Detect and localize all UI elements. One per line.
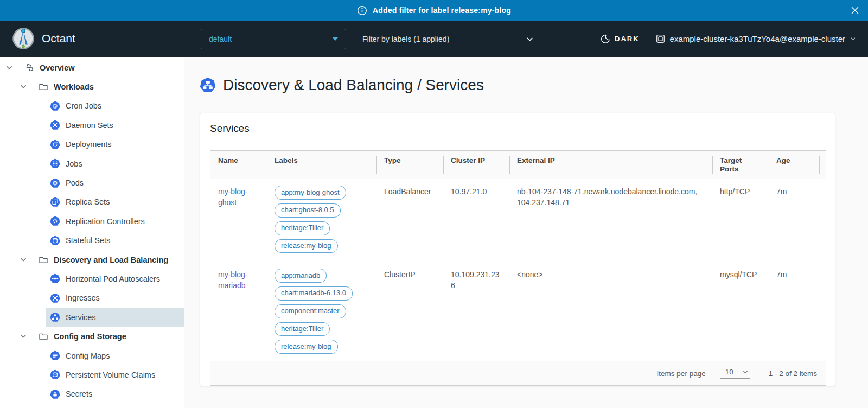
daemon-sets-icon <box>50 120 61 130</box>
label-tag[interactable]: app:mariadb <box>275 269 327 283</box>
sidebar-item-discovery-and-load-balancing[interactable]: Discovery and Load Balancing <box>0 250 184 269</box>
app-title: Octant <box>42 32 75 45</box>
sidebar-item-label: Stateful Sets <box>66 236 110 245</box>
label-tag[interactable]: heritage:Tiller <box>275 322 330 336</box>
cell-age: 7m <box>769 262 819 361</box>
sidebar-item-config-maps[interactable]: Config Maps <box>0 346 184 365</box>
chevron-down-icon <box>526 35 534 43</box>
sidebar-item-label: Cron Jobs <box>66 101 101 110</box>
cell-name: my-blog-mariadb <box>210 262 267 361</box>
horizontal-pod-autoscalers-icon <box>50 273 61 284</box>
chevron-down-icon[interactable] <box>20 256 27 264</box>
octant-app: Added filter for label release:my-blog O… <box>0 0 868 408</box>
sidebar-item-secrets[interactable]: Secrets <box>0 385 184 404</box>
cell-external-ip: <none> <box>509 262 712 361</box>
sidebar-item-label: Replica Sets <box>66 197 110 206</box>
services-icon <box>50 312 61 322</box>
resource-link[interactable]: my-blog-ghost <box>218 187 247 207</box>
items-per-page-select[interactable]: 10 <box>720 368 750 379</box>
cell-type: LoadBalancer <box>376 179 443 262</box>
cell-age: 7m <box>769 179 819 262</box>
chevron-down-icon[interactable] <box>5 64 13 72</box>
column-header-external-ip: External IP <box>509 151 712 178</box>
sidebar-item-label: Jobs <box>66 160 82 168</box>
sidebar-item-services[interactable]: Services <box>0 308 184 327</box>
notification-bar: Added filter for label release:my-blog <box>0 0 868 21</box>
cell-cluster-ip: 10.97.21.0 <box>443 179 509 262</box>
label-tag[interactable]: release:my-blog <box>275 340 338 354</box>
sidebar-item-deployments[interactable]: Deployments <box>0 135 184 154</box>
column-header-type: Type <box>376 151 443 178</box>
theme-toggle-button[interactable]: DARK <box>601 34 640 43</box>
sidebar-item-workloads[interactable]: Workloads <box>0 77 184 96</box>
sidebar-item-replication-controllers[interactable]: Replication Controllers <box>0 212 184 231</box>
cell-labels: app:my-blog-ghostchart:ghost-8.0.5herita… <box>267 179 376 262</box>
sidebar-item-daemon-sets[interactable]: Daemon Sets <box>0 116 184 135</box>
services-table: NameLabelsTypeCluster IPExternal IPTarge… <box>210 150 826 386</box>
sidebar-item-label: Discovery and Load Balancing <box>54 256 168 264</box>
page-title: Discovery & Load Balancing / Services <box>223 76 484 94</box>
pagination-range: 1 - 2 of 2 items <box>769 369 817 378</box>
sidebar-item-cron-jobs[interactable]: Cron Jobs <box>0 97 184 116</box>
sidebar-item-replica-sets[interactable]: Replica Sets <box>0 193 184 212</box>
cell-type: ClusterIP <box>376 262 443 361</box>
table-row: my-blog-mariadbapp:mariadbchart:mariadb-… <box>210 262 826 361</box>
folder-icon <box>38 254 49 265</box>
replication-controllers-icon <box>50 216 61 226</box>
column-header-name: Name <box>210 151 267 178</box>
replica-sets-icon <box>50 197 61 207</box>
sidebar-item-config-and-storage[interactable]: Config and Storage <box>0 327 184 346</box>
sidebar-item-horizontal-pod-autoscalers[interactable]: Horizontal Pod Autoscalers <box>0 269 184 288</box>
sidebar-item-stateful-sets[interactable]: Stateful Sets <box>0 231 184 250</box>
sidebar-item-ingresses[interactable]: Ingresses <box>0 289 184 308</box>
resource-link[interactable]: my-blog-mariadb <box>218 270 247 290</box>
table-header-row: NameLabelsTypeCluster IPExternal IPTarge… <box>210 151 826 179</box>
page-size-value: 10 <box>725 368 733 376</box>
label-tag[interactable]: component:master <box>275 304 346 318</box>
label-tag[interactable]: chart:mariadb-6.13.0 <box>275 286 353 301</box>
deployments-icon <box>50 139 61 150</box>
label-tag[interactable]: app:my-blog-ghost <box>275 186 346 200</box>
label-tag[interactable]: chart:ghost-8.0.5 <box>275 203 341 218</box>
cell-filler <box>819 262 834 361</box>
label-tag[interactable]: release:my-blog <box>275 239 338 253</box>
sidebar-item-label: Workloads <box>54 82 94 91</box>
sidebar-item-label: Overview <box>40 63 75 72</box>
cluster-selector[interactable]: example-cluster-ka3TuTzYo4a@example-clus… <box>656 34 856 43</box>
sidebar-item-jobs[interactable]: Jobs <box>0 154 184 173</box>
close-icon[interactable] <box>851 6 859 15</box>
folder-icon <box>38 331 49 342</box>
sidebar-item-persistent-volume-claims[interactable]: Persistent Volume Claims <box>0 365 184 384</box>
items-per-page-label: Items per page <box>657 369 706 378</box>
cell-external-ip: nb-104-237-148-71.newark.nodebalancer.li… <box>509 179 712 262</box>
persistent-volume-claims-icon <box>50 369 61 380</box>
chevron-down-icon[interactable] <box>20 83 27 91</box>
namespace-select[interactable]: default <box>201 29 346 49</box>
column-header-age: Age <box>769 151 819 178</box>
sidebar-item-label: Services <box>66 313 96 322</box>
chevron-down-icon[interactable] <box>20 333 27 340</box>
column-header-cluster-ip: Cluster IP <box>443 151 509 178</box>
octant-logo-icon <box>12 27 35 50</box>
sidebar-item-label: Pods <box>66 178 84 187</box>
sidebar-item-overview[interactable]: Overview <box>0 58 184 77</box>
cell-labels: app:mariadbchart:mariadb-6.13.0component… <box>267 262 376 361</box>
label-filter-value: Filter by labels (1 applied) <box>362 35 449 43</box>
table-row: my-blog-ghostapp:my-blog-ghostchart:ghos… <box>210 179 826 262</box>
label-tag[interactable]: heritage:Tiller <box>275 221 330 235</box>
sidebar-item-label: Config Maps <box>66 352 110 360</box>
service-icon <box>200 77 216 93</box>
sidebar-item-label: Daemon Sets <box>66 121 113 130</box>
sidebar-item-pods[interactable]: Pods <box>0 173 184 192</box>
sidebar-item-label: Persistent Volume Claims <box>66 371 155 379</box>
brand[interactable]: Octant <box>12 27 75 50</box>
theme-toggle-label: DARK <box>615 35 640 43</box>
secrets-icon <box>50 389 61 399</box>
label-filter-select[interactable]: Filter by labels (1 applied) <box>362 29 536 49</box>
table-footer: Items per page 10 1 - 2 of 2 items <box>210 361 826 385</box>
cell-target-ports: http/TCP <box>712 179 769 262</box>
sidebar-item-label: Replication Controllers <box>66 217 145 226</box>
caret-down-icon <box>333 37 338 41</box>
column-header-filler <box>819 151 834 178</box>
card-title: Services <box>210 123 250 135</box>
